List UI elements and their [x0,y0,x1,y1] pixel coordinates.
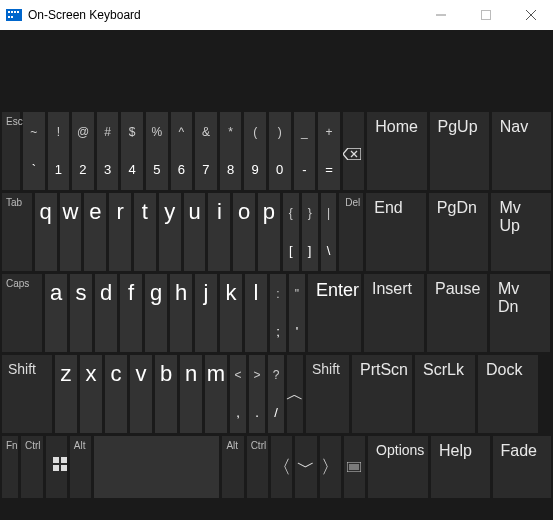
header-blank [0,30,553,110]
key-mvup[interactable]: Mv Up [491,193,551,271]
key-s[interactable]: s [70,274,92,352]
close-button[interactable] [508,0,553,30]
key-rbracket[interactable]: }] [302,193,318,271]
key-0[interactable]: )0 [269,112,291,190]
key-quote[interactable]: "' [289,274,305,352]
key-tab[interactable]: Tab [2,193,32,271]
key-backslash[interactable]: |\ [321,193,337,271]
svg-rect-8 [53,465,59,471]
key-slash[interactable]: ?/ [268,355,284,433]
windows-icon [53,457,67,471]
key-right[interactable]: 〉 [320,436,341,498]
key-insert[interactable]: Insert [364,274,424,352]
key-a[interactable]: a [45,274,67,352]
key-up[interactable]: ︿ [287,355,303,433]
key-pgdn[interactable]: PgDn [429,193,489,271]
key-m[interactable]: m [205,355,227,433]
key-left[interactable]: 〈 [271,436,292,498]
key-esc[interactable]: Esc [2,112,20,190]
key-g[interactable]: g [145,274,167,352]
row-4: Shift z x c v b n m <, >. ?/ ︿ Shift Prt… [2,355,551,433]
key-4[interactable]: $4 [121,112,143,190]
key-u[interactable]: u [184,193,206,271]
maximize-button[interactable] [463,0,508,30]
keyboard: Esc ~` !1 @2 #3 $4 %5 ^6 &7 *8 (9 )0 _- … [0,110,553,503]
row-3: Caps a s d f g h j k l :; "' Enter Inser… [2,274,551,352]
key-menu[interactable] [344,436,365,498]
key-options[interactable]: Options [368,436,428,498]
key-end[interactable]: End [366,193,426,271]
key-home[interactable]: Home [367,112,426,190]
key-rctrl[interactable]: Ctrl [247,436,269,498]
key-prtscn[interactable]: PrtScn [352,355,412,433]
key-scrlk[interactable]: ScrLk [415,355,475,433]
key-i[interactable]: i [208,193,230,271]
key-j[interactable]: j [195,274,217,352]
key-h[interactable]: h [170,274,192,352]
key-2[interactable]: @2 [72,112,94,190]
key-grave[interactable]: ~` [23,112,45,190]
key-t[interactable]: t [134,193,156,271]
backspace-icon [343,148,361,160]
key-period[interactable]: >. [249,355,265,433]
key-lalt[interactable]: Alt [70,436,91,498]
row-1: Esc ~` !1 @2 #3 $4 %5 ^6 &7 *8 (9 )0 _- … [2,112,551,190]
key-comma[interactable]: <, [230,355,246,433]
chevron-down-icon: ﹀ [297,455,315,479]
row-2: Tab q w e r t y u i o p {[ }] |\ Del End… [2,193,551,271]
key-d[interactable]: d [95,274,117,352]
key-e[interactable]: e [84,193,106,271]
key-ralt[interactable]: Alt [222,436,243,498]
svg-rect-9 [61,465,67,471]
key-down[interactable]: ﹀ [295,436,316,498]
key-mvdn[interactable]: Mv Dn [490,274,550,352]
key-8[interactable]: *8 [220,112,242,190]
key-9[interactable]: (9 [244,112,266,190]
key-l[interactable]: l [245,274,267,352]
key-pause[interactable]: Pause [427,274,487,352]
key-r[interactable]: r [109,193,131,271]
key-pgup[interactable]: PgUp [430,112,489,190]
svg-rect-6 [53,457,59,463]
key-3[interactable]: #3 [97,112,119,190]
key-v[interactable]: v [130,355,152,433]
key-f[interactable]: f [120,274,142,352]
key-semicolon[interactable]: :; [270,274,286,352]
key-5[interactable]: %5 [146,112,168,190]
key-o[interactable]: o [233,193,255,271]
key-k[interactable]: k [220,274,242,352]
key-equals[interactable]: += [318,112,340,190]
key-del[interactable]: Del [339,193,363,271]
key-fade[interactable]: Fade [493,436,551,498]
key-caps[interactable]: Caps [2,274,42,352]
key-win[interactable] [46,436,67,498]
key-p[interactable]: p [258,193,280,271]
key-6[interactable]: ^6 [171,112,193,190]
key-z[interactable]: z [55,355,77,433]
key-q[interactable]: q [35,193,57,271]
key-n[interactable]: n [180,355,202,433]
key-rshift[interactable]: Shift [306,355,349,433]
key-w[interactable]: w [60,193,82,271]
key-y[interactable]: y [159,193,181,271]
key-7[interactable]: &7 [195,112,217,190]
key-lctrl[interactable]: Ctrl [21,436,43,498]
row-5: Fn Ctrl Alt Alt Ctrl 〈 ﹀ 〉 Options Help … [2,436,551,498]
menu-icon [347,462,361,472]
key-dock[interactable]: Dock [478,355,538,433]
key-nav[interactable]: Nav [492,112,551,190]
key-enter[interactable]: Enter [308,274,361,352]
key-fn[interactable]: Fn [2,436,18,498]
key-help[interactable]: Help [431,436,489,498]
key-minus[interactable]: _- [294,112,316,190]
key-backspace[interactable] [343,112,365,190]
key-x[interactable]: x [80,355,102,433]
key-space[interactable] [94,436,219,498]
chevron-up-icon: ︿ [286,382,304,406]
key-lbracket[interactable]: {[ [283,193,299,271]
key-1[interactable]: !1 [48,112,70,190]
key-b[interactable]: b [155,355,177,433]
minimize-button[interactable] [418,0,463,30]
key-lshift[interactable]: Shift [2,355,52,433]
key-c[interactable]: c [105,355,127,433]
